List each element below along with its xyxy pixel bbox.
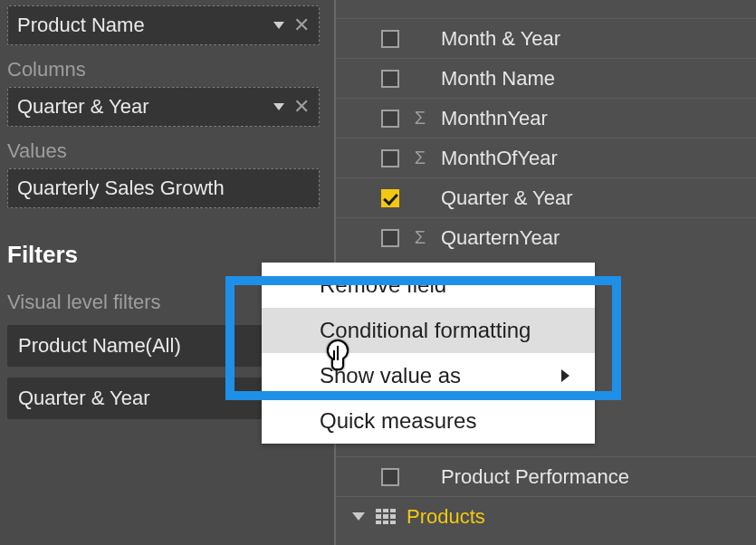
submenu-arrow-icon <box>561 369 569 382</box>
menu-item-show-value-as[interactable]: Show value as <box>262 353 595 398</box>
field-label: Month Name <box>441 67 555 91</box>
columns-label: Columns <box>7 58 320 81</box>
field-label: QuarternYear <box>441 226 560 250</box>
checkbox-icon[interactable] <box>381 110 399 128</box>
dropdown-icon[interactable] <box>273 103 284 110</box>
field-row[interactable]: Σ Quarter & Year <box>336 177 756 217</box>
values-well[interactable]: Quarterly Sales Growth ✕ <box>7 168 320 208</box>
columns-well[interactable]: Quarter & Year ✕ <box>7 87 320 127</box>
checkbox-icon[interactable] <box>381 70 399 88</box>
field-label: Quarter & Year <box>441 186 573 210</box>
menu-label: Remove field <box>320 272 446 298</box>
table-name: Products <box>407 505 485 529</box>
checkbox-icon[interactable] <box>381 149 399 167</box>
field-row[interactable]: Σ MonthOfYear <box>336 138 756 177</box>
menu-item-conditional-formatting[interactable]: Conditional formatting <box>262 308 595 353</box>
field-row[interactable] <box>336 0 756 18</box>
dropdown-icon[interactable] <box>273 22 284 29</box>
sigma-icon: Σ <box>412 108 428 129</box>
remove-icon[interactable]: ✕ <box>293 15 310 35</box>
field-row[interactable]: Σ QuarternYear <box>336 217 756 257</box>
field-label: Product Performance <box>441 465 629 489</box>
table-row[interactable]: Products <box>336 496 756 536</box>
values-label: Values <box>7 139 320 163</box>
menu-item-remove-field[interactable]: Remove field <box>262 263 595 308</box>
table-icon <box>376 509 396 525</box>
field-row[interactable]: Σ MonthnYear <box>336 98 756 138</box>
values-field-label: Quarterly Sales Growth <box>17 177 273 200</box>
well-actions: ✕ <box>273 15 310 35</box>
field-row[interactable]: Σ Month & Year <box>336 18 756 58</box>
checkbox-icon[interactable] <box>381 229 399 247</box>
checkbox-icon[interactable] <box>381 30 399 48</box>
well-actions: ✕ <box>273 178 310 198</box>
menu-label: Conditional formatting <box>320 318 531 343</box>
sigma-icon: Σ <box>412 148 428 168</box>
checkbox-icon[interactable] <box>381 468 399 486</box>
filter-text: Quarter & Year <box>18 387 150 410</box>
field-row[interactable]: Σ Product Performance <box>336 456 756 496</box>
expand-icon[interactable] <box>352 512 365 521</box>
field-row[interactable]: Σ Month Name <box>336 58 756 98</box>
checkbox-icon[interactable] <box>381 189 399 207</box>
rows-well[interactable]: Product Name ✕ <box>7 5 320 45</box>
remove-icon[interactable]: ✕ <box>293 97 310 117</box>
menu-label: Show value as <box>320 363 461 388</box>
well-actions: ✕ <box>273 97 310 117</box>
sigma-icon: Σ <box>412 227 428 248</box>
field-label: MonthOfYear <box>441 147 558 170</box>
filter-text: Product Name(All) <box>18 334 181 358</box>
field-label: Month & Year <box>441 27 560 51</box>
menu-label: Quick measures <box>320 408 476 434</box>
field-label: MonthnYear <box>441 107 548 130</box>
context-menu: Remove field Conditional formatting Show… <box>262 263 595 444</box>
columns-field-label: Quarter & Year <box>17 95 273 119</box>
rows-field-label: Product Name <box>17 14 273 37</box>
menu-item-quick-measures[interactable]: Quick measures <box>262 398 595 444</box>
